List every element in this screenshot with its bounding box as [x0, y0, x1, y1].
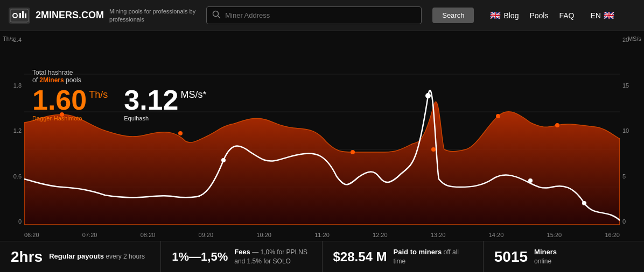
- stat-block-payouts: 2hrs Regular payouts every 2 hours: [0, 241, 161, 272]
- logo-text: 2MINERS.COM: [36, 10, 104, 21]
- tagline: Mining pools for professionals by profes…: [109, 8, 195, 23]
- nav-pools[interactable]: Pools: [529, 11, 548, 20]
- svg-point-17: [496, 114, 500, 118]
- hashrate-white-unit: MS/s*: [180, 89, 206, 101]
- hashrate-white-label: Equihash: [124, 115, 206, 121]
- logo-icon: [9, 8, 30, 24]
- chart-container: Th/s MS/s 2.4 1.8 1.2 0.6 0 20 15 10 5 0: [0, 31, 644, 241]
- stat-miners-desc: Miners online: [534, 247, 557, 266]
- svg-point-14: [178, 131, 183, 135]
- svg-point-16: [431, 147, 436, 152]
- svg-rect-3: [19, 13, 21, 18]
- hashrate-orange-group: 1.60 Th/s Dagger-Hashimoto: [32, 86, 108, 121]
- svg-point-18: [555, 123, 559, 127]
- svg-rect-5: [25, 13, 26, 18]
- search-area[interactable]: [206, 6, 422, 24]
- stat-fees-number: 1%—1,5%: [172, 250, 228, 264]
- y-axis-left: 2.4 1.8 1.2 0.6 0: [0, 31, 24, 225]
- hashrate-overlay: Total hashrateof 2Miners pools 1.60 Th/s…: [32, 69, 206, 121]
- nav-faq[interactable]: FAQ: [559, 11, 574, 20]
- x-axis: 06:20 07:20 08:20 09:20 10:20 11:20 12:2…: [24, 232, 620, 238]
- chart-svg: [24, 37, 620, 225]
- search-input[interactable]: [225, 11, 416, 19]
- hashrate-white-group: 3.12 MS/s* Equihash: [124, 86, 206, 121]
- svg-point-15: [351, 150, 355, 154]
- lang-label: EN: [591, 11, 601, 20]
- svg-line-7: [218, 16, 221, 19]
- hashrate-orange-unit: Th/s: [89, 89, 108, 101]
- footer-stats: 2hrs Regular payouts every 2 hours 1%—1,…: [0, 241, 644, 272]
- lang-selector[interactable]: EN 🇬🇧: [591, 10, 614, 20]
- nav-blog[interactable]: 🇬🇧 Blog: [490, 10, 519, 20]
- nav-blog-label: Blog: [503, 11, 519, 20]
- hashrate-orange-value: 1.60: [32, 86, 87, 114]
- svg-point-19: [221, 158, 226, 162]
- blog-flag: 🇬🇧: [490, 10, 501, 20]
- search-button[interactable]: Search: [432, 8, 474, 23]
- stat-paid-desc: Paid to miners off all time: [394, 247, 472, 266]
- stat-fees-desc: Fees — 1,0% for PPLNS and 1.5% for SOLO: [234, 247, 311, 266]
- svg-point-22: [582, 201, 586, 205]
- stat-block-miners: 5015 Miners online: [484, 241, 644, 272]
- stat-payouts-number: 2hrs: [11, 248, 43, 266]
- hashrate-orange-label: Dagger-Hashimoto: [32, 115, 108, 121]
- svg-point-6: [213, 11, 219, 17]
- header: 2MINERS.COM Mining pools for professiona…: [0, 0, 644, 31]
- search-icon: [212, 10, 221, 20]
- hashrate-white-value: 3.12: [124, 86, 178, 114]
- stat-payouts-desc: Regular payouts every 2 hours: [49, 252, 145, 261]
- logo-area: 2MINERS.COM Mining pools for professiona…: [9, 8, 195, 24]
- nav-items: 🇬🇧 Blog Pools FAQ EN 🇬🇧: [490, 10, 614, 20]
- stat-block-fees: 1%—1,5% Fees — 1,0% for PPLNS and 1.5% f…: [161, 241, 322, 272]
- y-axis-right: 20 15 10 5 0: [620, 31, 644, 225]
- lang-flag: 🇬🇧: [604, 10, 614, 20]
- svg-point-2: [13, 14, 17, 17]
- svg-point-20: [425, 93, 431, 98]
- stat-paid-number: $28.54 M: [333, 249, 387, 264]
- stat-miners-number: 5015: [494, 248, 528, 266]
- hashrate-values: 1.60 Th/s Dagger-Hashimoto 3.12 MS/s* Eq…: [32, 86, 206, 121]
- svg-rect-4: [22, 11, 24, 18]
- svg-point-21: [528, 178, 533, 183]
- stat-block-paid: $28.54 M Paid to miners off all time: [323, 241, 484, 272]
- total-hashrate-label: Total hashrateof 2Miners pools: [32, 69, 206, 84]
